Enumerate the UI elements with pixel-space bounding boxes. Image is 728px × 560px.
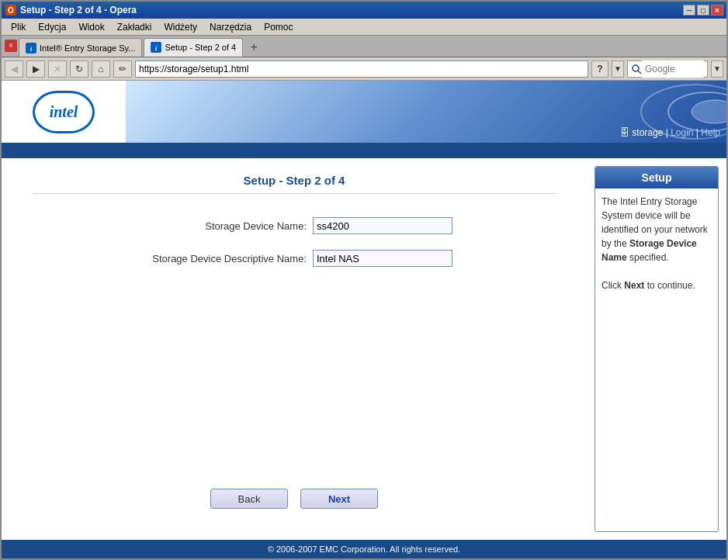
help-panel-body: The Intel Entry Storage System device wi… (595, 188, 718, 299)
page-footer: © 2006-2007 EMC Corporation. All rights … (2, 540, 726, 558)
maximize-button[interactable]: □ (697, 5, 709, 16)
address-dropdown-button[interactable]: ▼ (612, 60, 624, 78)
tab-setup[interactable]: i Setup - Step 2 of 4 (144, 38, 243, 57)
search-input[interactable] (642, 60, 704, 78)
footer-text: © 2006-2007 EMC Corporation. All rights … (268, 544, 460, 554)
tab-label-1: Intel® Entry Storage Sy... (40, 43, 135, 53)
storage-device-desc-input[interactable] (313, 250, 452, 267)
help-panel: Setup The Intel Entry Storage System dev… (595, 166, 719, 532)
os-window: O Setup - Step 2 of 4 - Opera ─ □ × Plik… (0, 0, 728, 560)
nav-edit-button[interactable]: ✏ (113, 60, 132, 78)
storage-name-label: Storage Device Name: (136, 220, 307, 232)
window-title: Setup - Step 2 of 4 - Opera (20, 5, 683, 16)
tab-add-button[interactable]: + (244, 38, 263, 57)
form-area: Storage Device Name: Storage Device Desc… (33, 217, 556, 473)
storage-desc-label: Storage Device Descriptive Name: (136, 253, 307, 264)
intel-logo-area: intel (2, 81, 126, 143)
menu-bar: Plik Edycja Widok Zakładki Widżety Narzę… (2, 19, 726, 36)
address-help-button[interactable]: ? (591, 60, 608, 78)
page: intel 🗄 storage | Login | (2, 81, 726, 558)
svg-text:O: O (8, 6, 14, 15)
tab-favicon-2: i (151, 42, 161, 53)
next-button[interactable]: Next (300, 489, 378, 509)
help-panel-title: Setup (595, 167, 718, 188)
menu-widok[interactable]: Widok (72, 20, 110, 34)
minimize-button[interactable]: ─ (683, 5, 695, 16)
page-title: Setup - Step 2 of 4 (33, 174, 556, 194)
setup-panel: Setup - Step 2 of 4 Storage Device Name:… (2, 158, 587, 540)
svg-point-6 (633, 65, 639, 71)
app-icon: O (5, 4, 17, 16)
window-controls: ─ □ × (683, 5, 723, 16)
tab-close-button[interactable]: × (5, 40, 17, 52)
back-button[interactable]: Back (210, 489, 288, 509)
login-link[interactable]: Login (671, 127, 693, 138)
svg-line-7 (638, 71, 641, 74)
tab-label-2: Setup - Step 2 of 4 (165, 43, 236, 52)
form-row-desc: Storage Device Descriptive Name: (33, 250, 556, 267)
nav-strip (2, 143, 726, 158)
form-row-name: Storage Device Name: (33, 217, 556, 234)
menu-pomoc[interactable]: Pomoc (258, 20, 299, 34)
tab-intel-storage[interactable]: i Intel® Entry Storage Sy... (19, 38, 142, 57)
search-dropdown-button[interactable]: ▼ (711, 60, 723, 78)
nav-forward-button[interactable]: ▶ (26, 60, 45, 78)
tab-favicon-1: i (26, 43, 36, 54)
nav-reload-button[interactable]: ↻ (70, 60, 88, 78)
title-bar: O Setup - Step 2 of 4 - Opera ─ □ × (2, 2, 726, 19)
menu-narzedzia[interactable]: Narzędzia (203, 20, 258, 34)
address-bar: ◀ ▶ ✕ ↻ ⌂ ✏ ? ▼ ▼ (2, 57, 726, 81)
menu-plik[interactable]: Plik (5, 20, 32, 34)
main-content: Setup - Step 2 of 4 Storage Device Name:… (2, 158, 726, 540)
storage-label: 🗄 (620, 127, 632, 138)
svg-point-10 (692, 100, 726, 123)
button-row: Back Next (33, 473, 556, 524)
intel-header: intel 🗄 storage | Login | (2, 81, 726, 143)
menu-widzety[interactable]: Widżety (158, 20, 203, 34)
nav-stop-button[interactable]: ✕ (48, 60, 67, 78)
close-button[interactable]: × (711, 5, 723, 16)
tab-bar: × i Intel® Entry Storage Sy... i Setup -… (2, 36, 726, 57)
nav-home-button[interactable]: ⌂ (92, 60, 110, 78)
browser-content: intel 🗄 storage | Login | (2, 81, 726, 558)
menu-edycja[interactable]: Edycja (32, 20, 72, 34)
search-icon (631, 64, 642, 74)
address-input[interactable] (135, 60, 588, 78)
header-links: 🗄 storage | Login | Help (620, 127, 726, 138)
help-link[interactable]: Help (701, 127, 720, 138)
nav-back-button[interactable]: ◀ (5, 60, 23, 78)
intel-logo: intel (33, 91, 95, 133)
storage-device-name-input[interactable] (313, 217, 452, 234)
menu-zakladki[interactable]: Zakładki (111, 20, 158, 34)
